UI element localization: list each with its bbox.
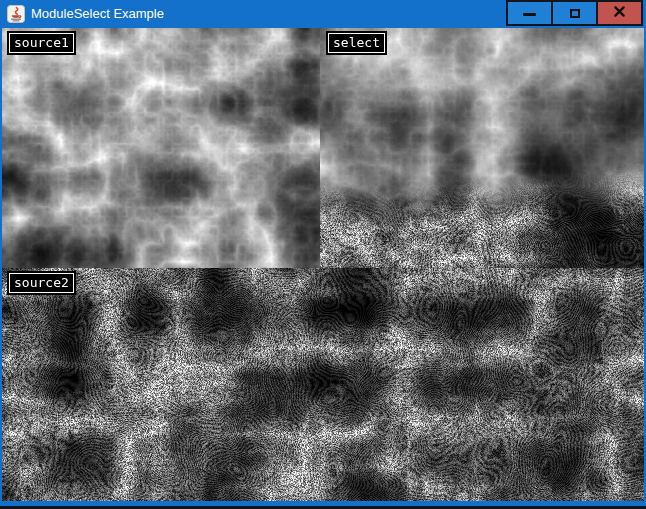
app-window: ModuleSelect Example source1 select <box>0 0 646 509</box>
label-source1: source1 <box>9 33 74 53</box>
label-source2-text: source2 <box>14 275 69 290</box>
maximize-button[interactable] <box>551 0 598 26</box>
close-icon <box>613 4 626 22</box>
minimize-button[interactable] <box>506 0 553 26</box>
label-select: select <box>328 33 385 53</box>
window-controls <box>508 0 643 26</box>
maximize-icon <box>570 9 580 18</box>
label-source1-text: source1 <box>14 35 69 50</box>
label-source2: source2 <box>9 273 74 293</box>
noise-render-canvas <box>2 28 644 501</box>
java-app-icon <box>7 5 25 23</box>
close-button[interactable] <box>596 0 643 26</box>
minimize-icon <box>523 13 536 16</box>
window-title: ModuleSelect Example <box>31 0 164 28</box>
label-select-text: select <box>333 35 380 50</box>
titlebar[interactable]: ModuleSelect Example <box>0 0 646 28</box>
render-area: source1 select source2 <box>2 28 644 501</box>
